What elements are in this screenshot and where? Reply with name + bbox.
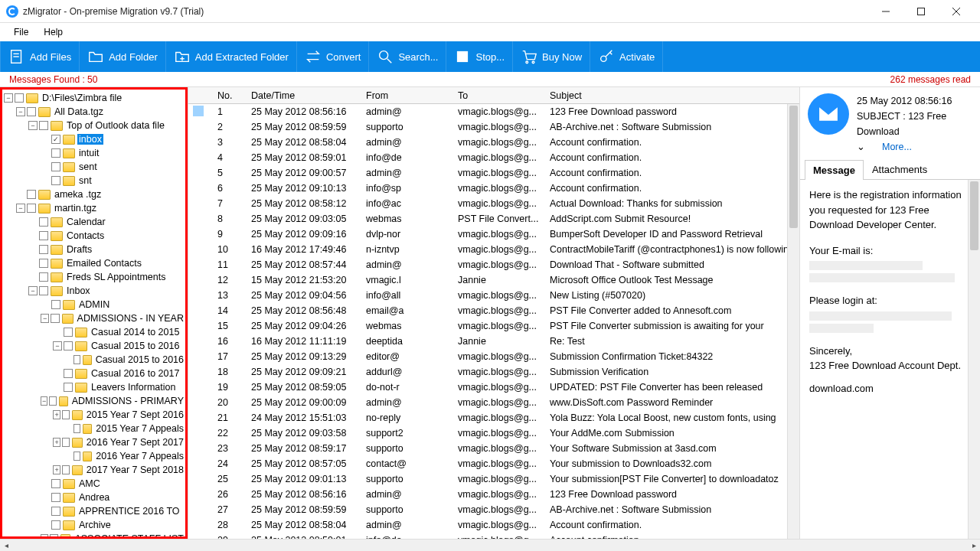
tree-item[interactable]: Andrea bbox=[4, 491, 185, 504]
search-button[interactable]: Search... bbox=[369, 41, 446, 72]
expander-icon[interactable]: − bbox=[53, 341, 62, 350]
checkbox[interactable] bbox=[74, 452, 80, 461]
col-date[interactable]: Date/Time bbox=[247, 90, 361, 101]
message-row[interactable]: 525 May 2012 09:00:57admin@vmagic.blogs@… bbox=[188, 165, 799, 181]
tree-item[interactable]: −D:\Files\Zimbra file bbox=[4, 91, 185, 105]
tree-item[interactable]: −Casual 2015 to 2016 bbox=[4, 339, 185, 353]
message-row[interactable]: 2425 May 2012 08:57:05contact@vmagic.blo… bbox=[188, 456, 799, 471]
list-scrollbar[interactable] bbox=[787, 104, 799, 539]
expander-icon[interactable]: + bbox=[53, 465, 60, 474]
message-row[interactable]: 425 May 2012 08:59:01info@devmagic.blogs… bbox=[188, 150, 799, 165]
expander-icon[interactable]: + bbox=[53, 410, 60, 419]
expander-icon[interactable]: − bbox=[28, 286, 38, 295]
checkbox[interactable] bbox=[51, 162, 60, 171]
checkbox[interactable] bbox=[51, 479, 60, 488]
message-row[interactable]: 2825 May 2012 08:58:04admin@vmagic.blogs… bbox=[188, 517, 799, 533]
tree-item[interactable]: APPRENTICE 2016 TO bbox=[4, 504, 185, 518]
add-extracted-folder-button[interactable]: Add Extracted Folder bbox=[166, 41, 297, 72]
message-row[interactable]: 225 May 2012 08:59:59supportovmagic.blog… bbox=[188, 119, 799, 135]
tree-item[interactable]: 2016 Year 7 Appeals bbox=[4, 449, 185, 463]
expander-icon[interactable]: − bbox=[4, 93, 13, 103]
tree-item[interactable]: Casual 2016 to 2017 bbox=[4, 367, 185, 380]
tree-item[interactable]: Casual 2014 to 2015 bbox=[4, 325, 185, 339]
message-list[interactable]: No. Date/Time From To Subject 125 May 20… bbox=[188, 87, 800, 539]
message-row[interactable]: 1925 May 2012 08:59:05do-not-rvmagic.blo… bbox=[188, 380, 799, 395]
tab-message[interactable]: Message bbox=[805, 160, 864, 180]
message-row[interactable]: 1215 May 2012 21:53:20vmagic.lJannieMicr… bbox=[188, 272, 799, 288]
col-subject[interactable]: Subject bbox=[545, 90, 799, 101]
tree-item[interactable]: Drafts bbox=[4, 243, 185, 256]
tree-item[interactable]: Freds SL Appointments bbox=[4, 270, 185, 284]
expander-icon[interactable]: + bbox=[41, 534, 48, 539]
checkbox[interactable] bbox=[39, 286, 48, 295]
maximize-button[interactable] bbox=[903, 0, 939, 23]
buy-now-button[interactable]: Buy Now bbox=[513, 41, 590, 72]
checkbox[interactable] bbox=[51, 314, 59, 323]
message-row[interactable]: 1616 May 2012 11:11:19deeptidaJannieRe: … bbox=[188, 334, 799, 349]
checkbox[interactable] bbox=[51, 520, 60, 530]
add-folder-button[interactable]: Add Folder bbox=[80, 41, 166, 72]
message-row[interactable]: 625 May 2012 09:10:13info@spvmagic.blogs… bbox=[188, 181, 799, 196]
checkbox[interactable] bbox=[15, 93, 24, 103]
message-row[interactable]: 125 May 2012 08:56:16admin@vmagic.blogs@… bbox=[188, 104, 799, 119]
checkbox[interactable] bbox=[27, 204, 36, 213]
message-row[interactable]: 1725 May 2012 09:13:29editor@vmagic.blog… bbox=[188, 349, 799, 364]
checkbox[interactable] bbox=[64, 341, 73, 350]
tree-item[interactable]: Contacts bbox=[4, 229, 185, 243]
message-row[interactable]: 825 May 2012 09:03:05webmasPST File Conv… bbox=[188, 211, 799, 227]
message-row[interactable]: 2025 May 2012 09:00:09admin@vmagic.blogs… bbox=[188, 395, 799, 410]
scroll-left-icon[interactable]: ◂ bbox=[0, 540, 12, 552]
message-row[interactable]: 2625 May 2012 08:56:16admin@vmagic.blogs… bbox=[188, 487, 799, 502]
message-row[interactable]: 1525 May 2012 09:04:26webmasvmagic.blogs… bbox=[188, 318, 799, 334]
message-row[interactable]: 2725 May 2012 08:59:59supportovmagic.blo… bbox=[188, 502, 799, 517]
checkbox[interactable] bbox=[62, 410, 70, 419]
scroll-right-icon[interactable]: ▸ bbox=[968, 540, 980, 552]
message-row[interactable]: 1825 May 2012 09:09:21addurl@vmagic.blog… bbox=[188, 364, 799, 380]
checkbox[interactable] bbox=[74, 355, 80, 364]
tree-item[interactable]: −All Data.tgz bbox=[4, 105, 185, 119]
message-row[interactable]: 1016 May 2012 17:49:46n-izntvpvmagic.blo… bbox=[188, 242, 799, 257]
message-row[interactable]: 2925 May 2012 08:59:01info@devmagic.blog… bbox=[188, 533, 799, 539]
expander-icon[interactable]: − bbox=[16, 204, 25, 213]
message-row[interactable]: 1425 May 2012 08:56:48email@avmagic.blog… bbox=[188, 303, 799, 318]
horizontal-scrollbar[interactable]: ◂ ▸ bbox=[0, 539, 980, 551]
checkbox[interactable] bbox=[39, 259, 48, 268]
message-row[interactable]: 2225 May 2012 09:03:58support2vmagic.blo… bbox=[188, 425, 799, 441]
col-to[interactable]: To bbox=[453, 90, 545, 101]
tree-item[interactable]: −martin.tgz bbox=[4, 201, 185, 215]
checkbox[interactable] bbox=[39, 245, 48, 254]
tree-item[interactable]: Emailed Contacts bbox=[4, 256, 185, 270]
tree-item[interactable]: ADMIN bbox=[4, 298, 185, 311]
checkbox[interactable] bbox=[51, 493, 60, 502]
tree-item[interactable]: intuit bbox=[4, 146, 185, 160]
checkbox[interactable] bbox=[51, 507, 60, 516]
checkbox[interactable] bbox=[51, 300, 60, 309]
tree-item[interactable]: sent bbox=[4, 160, 185, 174]
more-link[interactable]: More... bbox=[882, 142, 912, 152]
message-row[interactable]: 925 May 2012 09:09:16dvlp-norvmagic.blog… bbox=[188, 227, 799, 242]
checkbox[interactable] bbox=[64, 328, 73, 337]
message-row[interactable]: 2325 May 2012 08:59:17supportovmagic.blo… bbox=[188, 441, 799, 456]
message-row[interactable]: 2525 May 2012 09:01:13supportovmagic.blo… bbox=[188, 471, 799, 487]
tree-item[interactable]: Archive bbox=[4, 518, 185, 532]
checkbox[interactable] bbox=[39, 121, 48, 130]
tree-item[interactable]: −Inbox bbox=[4, 284, 185, 298]
checkbox[interactable] bbox=[27, 190, 36, 199]
checkbox[interactable] bbox=[62, 465, 70, 474]
tree-item[interactable]: +2017 Year 7 Sept 2018 bbox=[4, 463, 185, 477]
checkbox[interactable] bbox=[64, 383, 73, 392]
message-row[interactable]: 1325 May 2012 09:04:56info@allvmagic.blo… bbox=[188, 288, 799, 303]
tree-item[interactable]: AMC bbox=[4, 477, 185, 491]
tree-item[interactable]: −ADMISSIONS - IN YEAR bbox=[4, 311, 185, 325]
message-row[interactable]: 725 May 2012 08:58:12info@acvmagic.blogs… bbox=[188, 196, 799, 211]
checkbox[interactable] bbox=[74, 424, 80, 433]
checkbox[interactable] bbox=[64, 369, 73, 378]
activate-button[interactable]: Activate bbox=[590, 41, 663, 72]
tree-item[interactable]: −Top of Outlook data file bbox=[4, 119, 185, 132]
checkbox[interactable]: ✓ bbox=[51, 135, 60, 144]
message-row[interactable]: 1125 May 2012 08:57:44admin@vmagic.blogs… bbox=[188, 257, 799, 272]
stop-button[interactable]: Stop... bbox=[446, 41, 513, 72]
checkbox[interactable] bbox=[39, 231, 48, 240]
preview-scrollbar[interactable] bbox=[968, 180, 980, 539]
checkbox[interactable] bbox=[39, 272, 48, 282]
